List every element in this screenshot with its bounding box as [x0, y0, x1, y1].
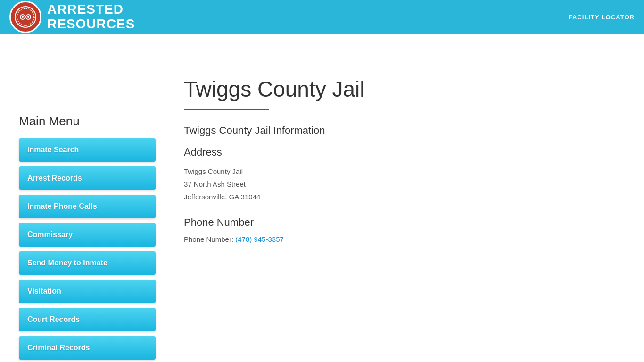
sidebar-btn-inmate-phone-calls[interactable]: Inmate Phone Calls: [19, 195, 156, 218]
sidebar-btn-inmate-search[interactable]: Inmate Search: [19, 138, 156, 162]
title-divider: [184, 109, 269, 110]
sidebar-btn-criminal-records[interactable]: Criminal Records: [19, 336, 156, 360]
facility-locator-link[interactable]: FACILITY LOCATOR: [569, 14, 635, 21]
logo-text: ARRESTED RESOURCES: [41, 2, 140, 32]
sidebar-btn-court-records[interactable]: Court Records: [19, 308, 156, 331]
sidebar-btn-send-money[interactable]: Send Money to Inmate: [19, 251, 156, 275]
info-section-title: Twiggs County Jail Information: [184, 124, 625, 137]
logo-icon: ★ ★ ★ ★ ★ ★ ★ ★: [9, 1, 41, 33]
svg-point-14: [27, 16, 29, 18]
page-title: Twiggs County Jail: [184, 76, 625, 102]
logo-text-bottom: RESOURCES: [47, 17, 135, 32]
main-nav[interactable]: FACILITY LOCATOR: [569, 13, 635, 21]
sidebar-title: Main Menu: [19, 114, 156, 129]
phone-prefix: Phone Number:: [184, 235, 235, 243]
svg-point-13: [22, 16, 24, 18]
sidebar: Main Menu Inmate SearchArrest RecordsInm…: [19, 62, 156, 362]
phone-block: Phone Number: (478) 945-3357: [184, 235, 625, 243]
logo-text-top: ARRESTED: [47, 2, 135, 17]
phone-link[interactable]: (478) 945-3357: [235, 235, 284, 243]
address-label: Address: [184, 146, 625, 158]
logo-block[interactable]: ★ ★ ★ ★ ★ ★ ★ ★ ARRESTED RESOURCES: [9, 1, 140, 33]
sidebar-btn-arrest-records[interactable]: Arrest Records: [19, 166, 156, 190]
sidebar-btn-commissary[interactable]: Commissary: [19, 223, 156, 247]
main-container: Main Menu Inmate SearchArrest RecordsInm…: [0, 34, 644, 362]
address-line2: 37 North Ash Street: [184, 178, 625, 190]
address-line1: Twiggs County Jail: [184, 165, 625, 178]
menu-list: Inmate SearchArrest RecordsInmate Phone …: [19, 138, 156, 360]
page-content: Twiggs County Jail Twiggs County Jail In…: [184, 62, 625, 362]
address-block: Twiggs County Jail 37 North Ash Street J…: [184, 165, 625, 203]
sidebar-btn-visitation[interactable]: Visitation: [19, 280, 156, 303]
address-line3: Jeffersonville, GA 31044: [184, 190, 625, 203]
phone-label: Phone Number: [184, 216, 625, 229]
site-header: ★ ★ ★ ★ ★ ★ ★ ★ ARRESTED RESOURCES: [0, 0, 644, 34]
